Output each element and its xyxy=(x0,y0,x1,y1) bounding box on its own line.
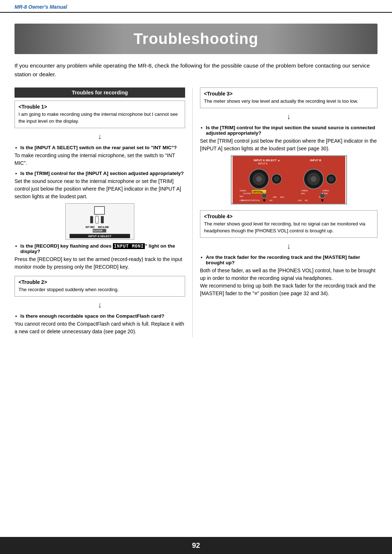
content-columns: Troubles for recording <Trouble 1> I am … xyxy=(15,87,377,338)
svg-text:GUITAR: GUITAR xyxy=(243,192,251,195)
bullet-item-4: Is there enough recordable space on the … xyxy=(15,313,185,335)
svg-text:INPUT B: INPUT B xyxy=(310,158,321,162)
trouble3-title: <Trouble 3> xyxy=(204,91,373,97)
svg-point-16 xyxy=(256,176,262,182)
svg-text:GUITAR: GUITAR xyxy=(93,229,102,232)
question-2: Is the [TRIM] control for the [INPUT A] … xyxy=(15,171,185,176)
svg-text:UNBAL: UNBAL xyxy=(240,190,247,192)
svg-text:BAL: BAL xyxy=(301,192,305,195)
trouble1-title: <Trouble 1> xyxy=(19,104,181,110)
trouble4-title: <Trouble 4> xyxy=(204,213,373,219)
answer-1: To make recording using the internal mic… xyxy=(15,152,185,167)
svg-text:LINE: LINE xyxy=(298,200,302,201)
svg-text:DISTORTION: DISTORTION xyxy=(246,199,260,201)
svg-text:BAL: BAL xyxy=(240,195,244,197)
bullet-item-5: Is the [TRIM] control for the input sect… xyxy=(200,125,377,152)
input-moni-text: INPUT MONI xyxy=(113,243,145,249)
page-title: Troubleshooting xyxy=(15,30,377,48)
answer-6: Both of these fader, as well as the [PHO… xyxy=(200,267,377,297)
bullet-item-2: Is the [TRIM] control for the [INPUT A] … xyxy=(15,171,185,200)
arrow-down-4: ↓ xyxy=(200,241,377,251)
svg-text:INT MIC: INT MIC xyxy=(86,225,95,228)
arrow-down-2: ↓ xyxy=(15,300,185,310)
trouble4-description: The meter shows good level for recording… xyxy=(204,221,373,235)
device-diagram-container: INPUT A SELECT ▲ INPUT A INPUT B UNBAL xyxy=(200,155,377,204)
svg-text:UNBAL: UNBAL xyxy=(301,190,308,192)
svg-text:MIN: MIN xyxy=(273,196,277,198)
question-1: Is the [INPUT A SELECT] switch on the re… xyxy=(15,145,185,150)
trouble4-box: <Trouble 4> The meter shows good level f… xyxy=(200,210,377,238)
svg-text:LINE: LINE xyxy=(240,200,244,201)
section-title: Troubles for recording xyxy=(15,87,185,98)
svg-rect-2 xyxy=(95,216,98,223)
svg-rect-3 xyxy=(101,216,104,223)
arrow-down-3: ↓ xyxy=(200,112,377,121)
input-select-svg: INT MIC MIC/LINE GUITAR INPUT A SELECT xyxy=(65,203,134,240)
input-select-diagram-container: INT MIC MIC/LINE GUITAR INPUT A SELECT xyxy=(15,203,185,240)
trouble2-box: <Trouble 2> The recorder stopped suddenl… xyxy=(15,276,185,297)
svg-text:MIC: MIC xyxy=(305,200,308,201)
arrow-down-1: ↓ xyxy=(15,132,185,141)
trouble1-description: I am going to make recording using the i… xyxy=(19,111,181,125)
trouble2-description: The recorder stopped suddenly when recor… xyxy=(19,286,181,293)
svg-rect-1 xyxy=(90,216,93,223)
answer-4: You cannot record onto the CompactFlash … xyxy=(15,320,185,335)
svg-point-23 xyxy=(328,176,334,182)
intro-paragraph: If you encounter any problem while opera… xyxy=(15,61,377,79)
answer-3: Press the [RECORD] key to set the armed … xyxy=(15,256,185,271)
answer-2: Set the sound source near to the interna… xyxy=(15,178,185,200)
svg-rect-0 xyxy=(94,207,104,215)
svg-point-18 xyxy=(274,176,279,182)
question-3: Is the [RECORD] key flashing and does IN… xyxy=(15,243,185,254)
trouble2-title: <Trouble 2> xyxy=(19,279,181,285)
page-number: 92 xyxy=(192,541,200,549)
svg-text:INPUT A SELECT ▲: INPUT A SELECT ▲ xyxy=(253,158,280,162)
bullet-item-1: Is the [INPUT A SELECT] switch on the re… xyxy=(15,145,185,167)
question-6: Are the track fader for the recording tr… xyxy=(200,254,377,265)
question-4: Is there enough recordable space on the … xyxy=(15,313,185,319)
bullet-item-6: Are the track fader for the recording tr… xyxy=(200,254,377,297)
right-column: <Trouble 3> The meter shows very low lev… xyxy=(192,87,377,338)
svg-text:MIC: MIC xyxy=(269,200,273,201)
device-diagram-svg: INPUT A SELECT ▲ INPUT A INPUT B UNBAL xyxy=(231,155,347,204)
trouble1-box: <Trouble 1> I am going to make recording… xyxy=(15,101,185,128)
title-banner: Troubleshooting xyxy=(15,24,377,54)
svg-text:PEAK: PEAK xyxy=(261,190,266,192)
question-5: Is the [TRIM] control for the input sect… xyxy=(200,125,377,136)
svg-text:MAX: MAX xyxy=(280,196,284,198)
svg-text:MIC/LINE: MIC/LINE xyxy=(98,225,109,228)
svg-text:INPUT A: INPUT A xyxy=(258,162,268,165)
trouble3-box: <Trouble 3> The meter shows very low lev… xyxy=(200,87,377,108)
page-header: MR-8 Owner's Manual xyxy=(0,0,392,13)
page-footer: 92 xyxy=(0,537,392,554)
left-column: Troubles for recording <Trouble 1> I am … xyxy=(15,87,192,338)
trouble3-description: The meter shows very low level and actua… xyxy=(204,98,373,105)
bullet-item-3: Is the [RECORD] key flashing and does IN… xyxy=(15,243,185,271)
svg-text:INPUT A SELECT: INPUT A SELECT xyxy=(88,235,111,238)
svg-point-21 xyxy=(311,176,317,182)
svg-text:UNBAL: UNBAL xyxy=(322,190,330,192)
answer-5: Set the [TRIM] control just below the po… xyxy=(200,137,377,152)
manual-title: MR-8 Owner's Manual xyxy=(15,4,67,10)
